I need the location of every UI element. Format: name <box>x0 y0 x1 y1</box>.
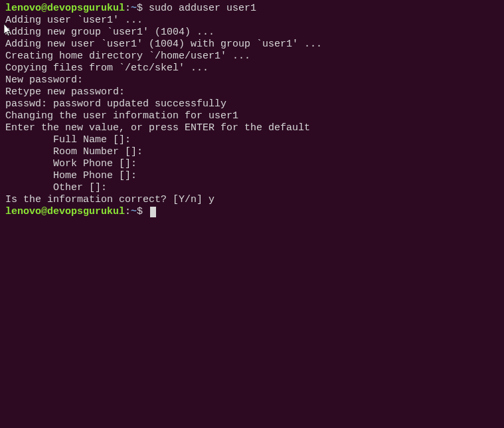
prompt-path: ~ <box>131 206 137 217</box>
command-text: sudo adduser user1 <box>149 3 256 14</box>
prompt-userhost: lenovo@devopsgurukul <box>5 3 125 14</box>
terminal-line-prompt2[interactable]: lenovo@devopsgurukul:~$ <box>5 206 499 218</box>
terminal-output-line: Home Phone []: <box>5 170 499 182</box>
terminal-output-line: Full Name []: <box>5 134 499 146</box>
terminal-output-line: Creating home directory `/home/user1' ..… <box>5 51 499 62</box>
terminal-cursor <box>150 207 156 217</box>
terminal-output-line: Work Phone []: <box>5 158 499 170</box>
prompt-path: ~ <box>131 3 137 14</box>
terminal-output-line: Adding user `user1' ... <box>5 15 499 27</box>
terminal-output-line: Adding new user `user1' (1004) with grou… <box>5 39 499 51</box>
prompt-colon: : <box>125 206 131 217</box>
prompt-symbol: $ <box>137 3 149 14</box>
prompt-colon: : <box>125 3 131 14</box>
terminal-output-line: Enter the new value, or press ENTER for … <box>5 122 499 134</box>
terminal-output-line: Room Number []: <box>5 146 499 158</box>
prompt-userhost: lenovo@devopsgurukul <box>5 206 125 217</box>
prompt-symbol: $ <box>137 206 149 217</box>
terminal-output-line: Is the information correct? [Y/n] y <box>5 194 499 206</box>
terminal-output-line: Copying files from `/etc/skel' ... <box>5 62 499 74</box>
terminal-line-prompt1: lenovo@devopsgurukul:~$ sudo adduser use… <box>5 3 499 15</box>
terminal-output-line: Other []: <box>5 182 499 194</box>
terminal-output-line: passwd: password updated successfully <box>5 98 499 110</box>
terminal-output-line: Retype new password: <box>5 86 499 98</box>
terminal-output-line: New password: <box>5 74 499 86</box>
terminal-output-line: Adding new group `user1' (1004) ... <box>5 27 499 39</box>
terminal-output-line: Changing the user information for user1 <box>5 110 499 122</box>
